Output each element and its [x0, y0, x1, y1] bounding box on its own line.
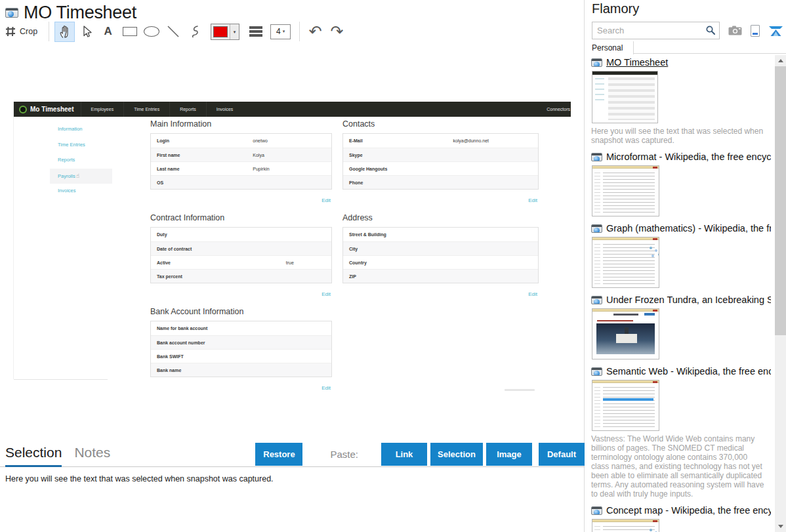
table-row: Bank account number — [151, 335, 331, 349]
snapshot-title[interactable]: Under Frozen Tundra, an Icebreaking Ship… — [606, 295, 771, 305]
shot-sidebar-invoices: Invoices — [50, 184, 112, 199]
section-contacts: Contacts E-Mailkolya@dunno.net Skype Goo… — [342, 119, 539, 205]
redo-button[interactable]: ↷ — [327, 22, 347, 42]
undo-button[interactable]: ↶ — [305, 22, 325, 42]
snapshot-title[interactable]: Semantic Web - Wikipedia, the free encyc… — [606, 366, 771, 377]
table-row: City — [343, 241, 538, 255]
bottom-panel: Selection Notes Restore Paste: Link Sele… — [0, 440, 585, 491]
shot-edge — [14, 379, 108, 380]
page-title: MO Timesheet — [24, 3, 136, 23]
snapshot-thumbnail[interactable] — [592, 71, 658, 123]
clock-icon — [19, 106, 27, 113]
line-width-button[interactable] — [245, 22, 266, 42]
snapshot-title[interactable]: Microformat - Wikipedia, the free encycl… — [606, 152, 771, 162]
crop-icon — [5, 26, 16, 37]
snapshot-icon — [591, 58, 602, 67]
color-swatch — [213, 26, 228, 37]
line-icon — [166, 24, 180, 39]
snapshot-icon — [591, 506, 602, 515]
snapshot-title[interactable]: Concept map - Wikipedia, the free encycl… — [606, 505, 771, 516]
snapshot-thumbnail[interactable] — [592, 237, 659, 288]
snapshot-window: MO Timesheet Crop A — [0, 0, 585, 532]
shot-nav-connectors: Connectors — [547, 107, 571, 112]
chevron-down-icon[interactable]: ▾ — [230, 24, 239, 39]
bottom-tabs: Selection Notes Restore Paste: Link Sele… — [0, 440, 585, 467]
table-row: Country — [343, 255, 538, 269]
paste-label: Paste: — [330, 449, 358, 460]
table-row: Loginonetwo — [151, 134, 331, 148]
table-row: Phone — [343, 175, 538, 189]
snapshot-title[interactable]: MO Timesheet — [606, 57, 771, 68]
table-row: Bank SWIFT — [151, 349, 331, 363]
edit-link: Edit — [528, 197, 537, 203]
table-row: E-Mailkolya@dunno.net — [343, 134, 538, 148]
undo-icon: ↶ — [309, 24, 322, 39]
section-main-information: Main Information Loginonetwo First nameK… — [150, 119, 332, 205]
snapshot-thumbnail[interactable] — [592, 308, 659, 359]
shot-sidebar-information: Information — [50, 122, 112, 138]
crop-label: Crop — [20, 27, 37, 36]
redo-icon: ↷ — [331, 24, 344, 39]
tab-personal[interactable]: Personal — [585, 41, 634, 54]
snapshot-preview[interactable]: Mo Timesheet Employees Time Entries Repo… — [13, 102, 571, 379]
toolbar-separator — [299, 22, 300, 41]
shot-brand: Mo Timesheet — [14, 106, 81, 113]
tab-notes[interactable]: Notes — [74, 445, 110, 466]
rectangle-icon — [123, 27, 137, 36]
freehand-tool-button[interactable] — [184, 22, 205, 42]
text-tool-button[interactable]: A — [98, 22, 118, 42]
flamory-logo-button[interactable] — [768, 25, 783, 37]
info-table: Duty Date of contract Activetrue Tax per… — [150, 227, 332, 283]
section-contract-information: Contract Information Duty Date of contra… — [150, 213, 332, 298]
note-page-icon — [751, 25, 760, 37]
paste-selection-button[interactable]: Selection — [430, 443, 483, 466]
paste-default-button[interactable]: Default — [539, 443, 585, 466]
scrollbar-thumb[interactable] — [775, 66, 786, 335]
list-item-mo-timesheet: MO Timesheet Here you will see the text … — [591, 56, 771, 145]
list-item-graph-mathematics: Graph (mathematics) - Wikipedia, the fre… — [591, 222, 771, 288]
shot-sidebar-time-entries: Time Entries — [50, 138, 112, 153]
shot-sidebar-reports: Reports — [50, 153, 112, 169]
toolbar-separator — [49, 22, 49, 41]
table-row: Bank name — [151, 363, 331, 377]
shot-footer-smudge — [505, 389, 535, 391]
restore-button[interactable]: Restore — [255, 443, 302, 466]
new-note-button[interactable] — [751, 25, 760, 37]
snapshot-thumbnail[interactable] — [592, 380, 659, 431]
snapshot-thumbnail[interactable] — [592, 165, 659, 216]
color-picker[interactable]: ▾ — [211, 24, 239, 40]
paste-image-button[interactable]: Image — [486, 443, 532, 466]
shot-navbar: Mo Timesheet Employees Time Entries Repo… — [14, 102, 571, 117]
panel-scrollbar[interactable] — [775, 55, 786, 532]
rectangle-tool-button[interactable] — [119, 22, 140, 42]
tab-selection[interactable]: Selection — [5, 445, 62, 466]
table-row: First nameKolya — [151, 148, 331, 161]
snapshot-thumbnail[interactable] — [592, 519, 659, 532]
snapshot-description: Vastness: The World Wide Web contains ma… — [591, 434, 767, 499]
freehand-icon — [188, 24, 201, 39]
scroll-down-icon — [778, 525, 783, 528]
panel-title: Flamory — [592, 1, 639, 16]
info-table: Name for bank account Bank account numbe… — [150, 321, 332, 377]
hand-tool-button[interactable] — [54, 22, 75, 42]
size-dropdown[interactable]: 4 ▾ — [270, 24, 291, 39]
line-tool-button[interactable] — [163, 22, 183, 42]
snapshot-list: MO Timesheet Here you will see the text … — [585, 55, 775, 532]
search-input[interactable] — [592, 22, 720, 39]
ellipse-tool-button[interactable] — [141, 22, 161, 42]
table-row: Skype — [343, 148, 538, 161]
capture-screenshot-button[interactable] — [728, 26, 742, 35]
edit-link: Edit — [321, 291, 331, 297]
scroll-up-button[interactable] — [775, 55, 786, 66]
shot-sidebar: Information Time Entries Reports Payroll… — [50, 122, 112, 199]
table-row: Street & Building — [343, 228, 538, 241]
snapshot-title[interactable]: Graph (mathematics) - Wikipedia, the fre… — [606, 223, 771, 234]
snapshot-icon — [591, 367, 602, 376]
shot-column-right: Contacts E-Mailkolya@dunno.net Skype Goo… — [342, 119, 539, 307]
scroll-down-button[interactable] — [775, 521, 786, 532]
section-address: Address Street & Building City Country Z… — [342, 213, 539, 298]
paste-link-button[interactable]: Link — [381, 443, 427, 466]
crop-button[interactable]: Crop — [5, 26, 37, 37]
select-tool-button[interactable] — [76, 22, 96, 42]
edit-link: Edit — [321, 385, 331, 391]
